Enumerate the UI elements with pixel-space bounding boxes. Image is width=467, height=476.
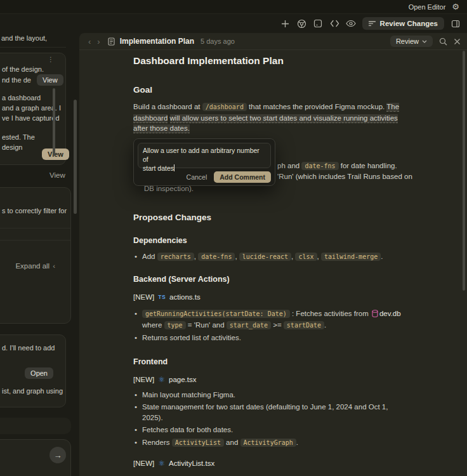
page-title: Dashboard Implementation Plan [133, 55, 406, 67]
chevron-down-icon [422, 40, 427, 43]
list-item: Returns sorted list of activities. [133, 333, 406, 343]
card-text: s to correctly filter for [2, 207, 67, 215]
chat-card-plan-summary: ⋮ of the design. nd the dе View a dashbo… [0, 53, 66, 165]
side-panel-icon[interactable] [450, 18, 461, 29]
backend-heading: Backend (Server Actions) [133, 275, 406, 284]
add-comment-button[interactable]: Add Comment [214, 171, 271, 183]
card-text: ve I have captured [2, 114, 60, 122]
close-icon[interactable] [454, 38, 461, 45]
document-timestamp: 5 days ago [201, 37, 235, 45]
card-text: ested. The [2, 133, 35, 141]
review-dropdown[interactable]: Review [390, 36, 433, 47]
review-changes-button[interactable]: Review Changes [362, 17, 444, 30]
inline-code: date-fns [301, 162, 338, 170]
expand-all-link[interactable]: Expand all‹ [15, 262, 55, 270]
inline-code: getRunningActivities(startDate: Date) [142, 310, 290, 318]
inline-code: /dashboard [202, 103, 247, 111]
comment-input[interactable]: Allow a user to add an arbitrary number … [138, 143, 271, 168]
search-icon[interactable] [439, 37, 447, 46]
diff-list-icon [369, 21, 376, 27]
react-icon: ⚛ [158, 376, 165, 383]
chat-sidebar: and the layout, ⋮ of the design. nd the … [0, 33, 71, 476]
dependencies-list: Add recharts, date-fns, lucide-react, cl… [133, 251, 406, 263]
frontend-heading: Frontend [133, 357, 406, 366]
list-item: Add recharts, date-fns, lucide-react, cl… [133, 251, 406, 263]
inline-code: recharts [157, 253, 194, 261]
inline-code: tailwind-merge [321, 253, 381, 261]
arrow-right-icon: → [54, 451, 62, 460]
eye-icon[interactable] [346, 18, 357, 29]
chat-card-details: s to correctly filter for Expand all‹ [0, 187, 71, 324]
window-title-bar: Open Editor ⚙ [0, 0, 467, 14]
card-text: ist, and graph using [2, 387, 63, 395]
view-button-highlighted[interactable]: View [42, 149, 69, 160]
card-text: design [2, 143, 22, 151]
document-header: ‹ › Implementation Plan 5 days ago Revie… [79, 33, 467, 50]
inline-code: date-fns [198, 253, 235, 261]
review-changes-label: Review Changes [380, 20, 438, 27]
new-label: [NEW] [133, 459, 154, 467]
sidebar-scrollbar[interactable] [74, 100, 77, 214]
proposed-changes-heading: Proposed Changes [133, 213, 406, 222]
document-icon [108, 37, 115, 46]
database-icon [372, 310, 378, 317]
kebab-menu-icon[interactable]: ⋮ [48, 56, 54, 63]
forward-icon[interactable]: › [96, 37, 101, 46]
document-scroll-area[interactable]: Dashboard Implementation Plan Goal Build… [79, 50, 467, 476]
goal-heading: Goal [133, 85, 406, 95]
card-scrollbar[interactable] [53, 88, 55, 155]
code-icon[interactable] [329, 18, 340, 29]
document-title: Implementation Plan [120, 37, 194, 46]
editor-toolbar: Review Changes [0, 14, 467, 33]
inline-code: lucide-react [239, 253, 291, 261]
back-icon[interactable]: ‹ [87, 37, 92, 46]
document-scrollbar[interactable] [463, 51, 465, 291]
send-button[interactable]: → [49, 447, 66, 463]
divider [0, 228, 70, 228]
new-file-row: [NEW] TS actions.ts [133, 293, 406, 301]
open-button[interactable]: Open [25, 367, 53, 379]
activity-list-bullets: Displays a list of activities. Columns: … [133, 473, 406, 476]
react-icon: ⚛ [158, 459, 165, 467]
filename: ActivityList.tsx [169, 459, 214, 467]
add-comment-popup: Allow a user to add an arbitrary number … [133, 138, 275, 186]
db-filename: dev.db [379, 310, 401, 317]
chat-card-followup: d. I'll need to add Open ist, and graph … [0, 334, 66, 407]
card-text: a dashboard [2, 94, 41, 102]
dependencies-heading: Dependencies [133, 236, 406, 245]
new-file-row: [NEW] ⚛ ActivityList.tsx [133, 459, 406, 467]
list-item: getRunningActivities(startDate: Date) : … [133, 308, 406, 331]
view-button[interactable]: View [37, 74, 63, 86]
new-label: [NEW] [133, 293, 154, 301]
inline-code: start_date [227, 321, 271, 329]
commented-text-highlight[interactable]: will allow users to select two start dat… [133, 114, 398, 134]
document-content: Dashboard Implementation Plan Goal Build… [79, 50, 406, 476]
list-item: Fetches data for both dates. [133, 425, 406, 435]
document-panel: ‹ › Implementation Plan 5 days ago Revie… [79, 33, 467, 476]
list-item: Renders ActivityList and ActivityGraph. [133, 437, 406, 449]
list-item: State management for two start dates (de… [133, 402, 406, 423]
inline-code: ActivityGraph [240, 439, 296, 447]
list-item: Main layout matching Figma. [133, 390, 406, 400]
card-text: of the design. [2, 65, 44, 73]
divider [0, 240, 70, 241]
popup-actions: Cancel Add Comment [138, 171, 271, 183]
frontend-list: Main layout matching Figma. State manage… [133, 390, 406, 449]
filename: page.tsx [169, 376, 196, 383]
collapsed-bar[interactable] [0, 418, 71, 434]
browser-preview-icon[interactable] [296, 18, 307, 29]
open-editor-button[interactable]: Open Editor [409, 3, 446, 11]
gear-icon[interactable]: ⚙ [452, 3, 459, 11]
card-text: d. I'll need to add [2, 344, 55, 352]
obscured-text-fragment: ph and date-fns for date handling. [277, 162, 397, 169]
new-label: [NEW] [133, 376, 154, 383]
add-icon[interactable] [280, 18, 291, 29]
new-file-row: [NEW] ⚛ page.tsx [133, 376, 406, 383]
filename: actions.ts [169, 293, 201, 301]
cancel-button[interactable]: Cancel [187, 173, 207, 181]
terminal-panel-icon[interactable] [313, 18, 324, 29]
inline-code: clsx [295, 253, 317, 261]
view-link[interactable]: View [49, 171, 65, 179]
goal-paragraph: Build a dashboard at /dashboard that mat… [133, 102, 405, 134]
chat-input[interactable]: → [0, 439, 71, 476]
